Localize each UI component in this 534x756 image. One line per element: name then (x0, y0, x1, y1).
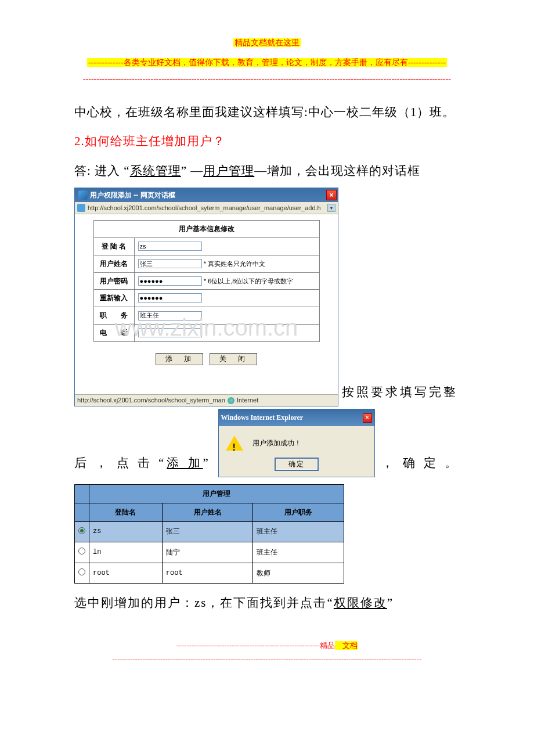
col-name: 用户姓名 (162, 503, 253, 521)
status-url: http://school.xj2001.com/school/school_s… (77, 394, 225, 406)
page-icon (77, 204, 85, 212)
footer-line1b: 文档 (335, 641, 358, 650)
form-title: 用户基本信息修改 (93, 221, 319, 238)
table-row[interactable]: root root 教师 (75, 563, 344, 584)
dialog-url: http://school.xj2001.com/school/school_s… (88, 202, 326, 214)
dialog-address-bar: http://school.xj2001.com/school/school_s… (75, 202, 338, 214)
answer-mid2: —增加，会出现这样的对话框 (254, 164, 420, 178)
input-name[interactable] (138, 259, 202, 268)
cell-login: ln (89, 542, 163, 563)
warning-icon: ! (226, 434, 243, 452)
footer-line2: ----------------------------------------… (113, 655, 421, 664)
table-title: 用户管理 (89, 484, 344, 503)
cell-login: root (89, 563, 163, 584)
input-job[interactable] (138, 311, 202, 321)
hint-password: * 6位以上,8位以下的字母或数字 (204, 278, 294, 285)
col-job: 用户职务 (253, 503, 344, 521)
header-line2: -------------各类专业好文档，值得你下载，教育，管理，论文，制度，方… (87, 58, 447, 67)
cell-job: 班主任 (253, 542, 344, 563)
cell-job: 教师 (253, 563, 344, 584)
link-system-manage[interactable]: 系统管理 (130, 164, 181, 178)
dialog-status-bar: http://school.xj2001.com/school/school_s… (75, 394, 338, 406)
radio-icon[interactable] (78, 568, 85, 575)
table-row[interactable]: ln 陆宁 班主任 (75, 542, 344, 563)
radio-icon[interactable] (78, 527, 85, 534)
internet-zone-icon (228, 397, 234, 404)
answer-prefix: 答: 进入 “ (74, 164, 130, 178)
ok-button[interactable]: 确定 (275, 458, 319, 471)
ie-icon (78, 190, 88, 200)
radio-icon[interactable] (78, 548, 85, 555)
table-title-spacer (75, 484, 89, 503)
link-permission[interactable]: 权限修改 (334, 596, 387, 610)
header-line1: 精品文档就在这里 (233, 38, 301, 47)
doc-header: 精品文档就在这里 -------------各类专业好文档，值得你下载，教育，管… (74, 32, 460, 87)
user-form: 用户基本信息修改 登 陆 名 用户姓名 * 真实姓名只允许中文 用户密码 * 6… (93, 220, 320, 342)
label-name: 用户姓名 (93, 255, 134, 272)
label-login: 登 陆 名 (93, 237, 134, 255)
alert-message: 用户添加成功！ (252, 437, 301, 450)
close-icon[interactable]: × (326, 190, 337, 200)
answer-line: 答: 进入 “系统管理” —用户管理—增加，会出现这样的对话框 (74, 156, 460, 185)
para4-b: ” (387, 596, 394, 610)
hint-name: * 真实姓名只允许中文 (204, 260, 265, 267)
status-zone: Internet (237, 394, 258, 406)
footer-line1a: ----------------------------------------… (176, 641, 335, 650)
link-user-manage[interactable]: 用户管理 (203, 164, 254, 178)
label-password: 用户密码 (93, 272, 134, 290)
label-tel: 电 话 (93, 324, 134, 341)
cell-name: 陆宁 (162, 542, 253, 563)
input-repeat[interactable] (138, 293, 202, 303)
label-repeat: 重新输入 (93, 290, 134, 307)
para3-b: ” (203, 456, 211, 470)
alert-dialog: Windows Internet Explorer × ! 用户添加成功！ 确定 (218, 409, 375, 477)
answer-mid1: ” — (181, 164, 204, 178)
para3-left: 后 ， 点 击 “添 加” (74, 448, 211, 477)
q2-number: 2. (74, 134, 85, 148)
col-select (75, 503, 89, 521)
q2-mark: ？ (212, 134, 225, 148)
input-login[interactable] (138, 242, 202, 251)
dropdown-icon[interactable]: ▾ (327, 204, 335, 212)
para4-a: 选中刚增加的用户：zs，在下面找到并点击“ (74, 596, 334, 610)
table-row[interactable]: zs 张三 班主任 (75, 521, 344, 542)
label-job: 职 务 (93, 307, 134, 325)
alert-titlebar: Windows Internet Explorer × (219, 409, 374, 426)
user-add-dialog: 用户权限添加 -- 网页对话框 × http://school.xj2001.c… (74, 188, 338, 406)
cell-job: 班主任 (253, 521, 344, 542)
question-2: 2.如何给班主任增加用户？ (74, 127, 460, 156)
header-line3: ----------------------------------------… (74, 71, 460, 87)
paragraph-1: 中心校，在班级名称里面我建议这样填写:中心一校二年级（1）班。 (74, 98, 460, 127)
cell-name: 张三 (162, 521, 253, 542)
para3-a: 后 ， 点 击 “ (74, 456, 167, 470)
tail-text-1: 按照要求填写完整 (342, 377, 458, 406)
alert-close-icon[interactable]: × (363, 413, 372, 423)
col-login: 登陆名 (89, 503, 163, 521)
para3-right: ， 确 定 。 (381, 448, 460, 477)
paragraph-4: 选中刚增加的用户：zs，在下面找到并点击“权限修改” (74, 588, 460, 617)
add-button[interactable]: 添 加 (156, 353, 203, 365)
dialog-titlebar: 用户权限添加 -- 网页对话框 × (75, 188, 338, 202)
q2-text: 如何给班主任增加用户 (85, 134, 212, 148)
close-button[interactable]: 关 闭 (210, 353, 257, 365)
cell-name: root (162, 563, 253, 584)
cell-login: zs (89, 521, 163, 542)
input-tel[interactable] (138, 328, 202, 337)
user-manage-table: 用户管理 登陆名 用户姓名 用户职务 zs 张三 班主任 ln 陆宁 班主任 r… (74, 484, 344, 584)
alert-title-text: Windows Internet Explorer (221, 411, 304, 424)
doc-footer: ----------------------------------------… (74, 639, 460, 667)
input-password[interactable] (138, 276, 202, 286)
link-add[interactable]: 添 加 (167, 456, 203, 470)
dialog-title-text: 用户权限添加 -- 网页对话框 (90, 189, 175, 202)
